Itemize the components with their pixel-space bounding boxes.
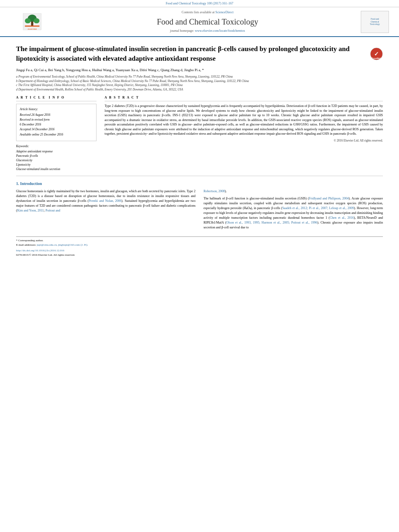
ref-chen[interactable]: Chen et al., 2016 [330,216,354,220]
intro-section-title: 1. Introduction [16,181,383,187]
intro-para-right-2: The hallmark of β-cell function is gluco… [204,196,383,230]
article-title-text: The impairment of glucose-stimulated ins… [16,44,366,64]
svg-text:ELSEVIER: ELSEVIER [27,28,37,30]
footnote-area: * Corresponding author. E-mail addresses… [16,236,383,257]
journal-reference-text: Food and Chemical Toxicology 100 (2017) … [166,2,233,5]
svg-rect-5 [25,26,39,27]
affiliation-a: a Program of Environmental Toxicology, S… [16,75,383,79]
intro-para-right-1: Robertson, 2008). [204,189,383,194]
doi-line[interactable]: http://dx.doi.org/10.1016/j.fct.2016.12.… [16,249,383,253]
journal-thumbnail-section: Food andChemicalToxicology [359,11,391,33]
intro-body: Glucose homeostasis is tightly maintaine… [16,189,383,232]
ref-poitout[interactable]: Poitout and [45,209,60,212]
journal-title: Food and Chemical Toxicology [56,16,359,27]
abstract-text: Type 2 diabetes (T2D) is a progressive d… [105,104,383,136]
article-info-heading-text: A R T I C L E I N F O [16,96,65,99]
intro-col-right: Robertson, 2008). The hallmark of β-cell… [204,189,383,232]
journal-cover-thumbnail: Food andChemicalToxicology [361,11,389,33]
issn-line: 0278-6915/© 2016 Elsevier Ltd. All right… [16,253,383,257]
elsevier-logo-section: ELSEVIER [8,12,56,32]
elsevier-logo: ELSEVIER [20,12,44,32]
sciencedirect-link[interactable]: ScienceDirect [216,10,234,14]
article-info-abstract-section: A R T I C L E I N F O Article history: R… [16,96,383,172]
keyword-5: Glucose-stimulated insulin secretion [16,167,97,171]
intro-col-left: Glucose homeostasis is tightly maintaine… [16,189,195,232]
ref-robertson[interactable]: Robertson, 2008 [204,189,225,193]
ref-prentki[interactable]: Prentki and Nolan, 2006 [88,199,121,203]
homepage-url[interactable]: www.elsevier.com/locate/foodchemtox [195,29,245,33]
affiliation-b: b Department of Histology and Embryology… [16,79,383,84]
keywords-label: Keywords: [16,144,97,148]
keyword-2: Pancreatic β-cells [16,154,97,158]
crossmark-badge[interactable]: ✓ CrossMark [370,47,383,63]
journal-header: ELSEVIER Contents lists available at Sci… [0,7,399,37]
email-addresses[interactable]: jupi@cmu.edu.cn, jingbopi@163.com (J. Pi… [37,243,88,246]
authors-text: Jingqi Fu a, Qi Cui a, Bei Yang b, Yongy… [16,68,204,72]
intro-section-number: 1. [16,181,19,186]
svg-text:CrossMark: CrossMark [372,58,381,60]
sciencedirect-line: Contents lists available at ScienceDirec… [56,10,359,15]
article-info-heading: A R T I C L E I N F O [16,96,97,101]
svg-point-4 [34,18,40,23]
history-label: Article history: [20,107,93,111]
intro-section-label: Introduction [20,181,42,186]
elsevier-tree-icon: ELSEVIER [20,12,44,32]
journal-reference-bar: Food and Chemical Toxicology 100 (2017) … [0,0,399,7]
abstract-column: A B S T R A C T Type 2 diabetes (T2D) is… [105,96,383,172]
homepage-prefix: journal homepage: [170,29,194,33]
ref-kim[interactable]: Kim and Yoon, 2011 [17,209,44,212]
main-content: The impairment of glucose-stimulated ins… [0,37,399,261]
ref-olson[interactable]: Olson et al., 1993, 1995; Harmon et al.,… [226,221,317,224]
journal-header-center: Contents lists available at ScienceDirec… [56,10,359,33]
intro-para-1: Glucose homeostasis is tightly maintaine… [16,189,195,213]
abstract-heading: A B S T R A C T [105,96,383,101]
affiliation-d: d Department of Environmental Health, Ro… [16,88,383,92]
email-label: E-mail addresses: [16,243,36,246]
contents-available-text: Contents lists available at [182,10,215,14]
abstract-heading-text: A B S T R A C T [105,96,139,99]
section-divider [16,176,383,176]
affiliations-section: a Program of Environmental Toxicology, S… [16,75,383,92]
copyright-line: © 2016 Elsevier Ltd. All rights reserved… [105,139,383,143]
article-info-column: A R T I C L E I N F O Article history: R… [16,96,97,172]
article-title-section: The impairment of glucose-stimulated ins… [16,44,383,64]
journal-homepage-line: journal homepage: www.elsevier.com/locat… [56,29,359,33]
authors-line: Jingqi Fu a, Qi Cui a, Bei Yang b, Yongy… [16,68,383,72]
svg-text:✓: ✓ [374,51,379,57]
crossmark-icon: ✓ CrossMark [370,47,383,60]
introduction-section: 1. Introduction Glucose homeostasis is t… [16,181,383,232]
article-info-box: Article history: Received 24 August 2016… [16,104,97,141]
svg-point-3 [25,18,31,23]
keyword-1: Adaptive antioxidant response [16,150,97,154]
keyword-3: Glucotoxicity [16,158,97,162]
email-row: E-mail addresses: jupi@cmu.edu.cn, jingb… [16,243,383,247]
keywords-section: Keywords: Adaptive antioxidant response … [16,144,97,172]
keyword-4: Lipotoxicity [16,163,97,167]
revised-date: 6 December 2016 [20,123,93,127]
svg-rect-2 [31,22,33,26]
ref-fridlyand[interactable]: Fridlyand and Philipson, 2004 [309,197,349,200]
affiliation-c: c The First Affiliated Hospital, China M… [16,83,383,88]
accepted-date: Accepted 14 December 2016 [20,127,93,131]
thumb-title-1: Food andChemicalToxicology [370,18,380,26]
online-date: Available online 25 December 2016 [20,133,93,137]
corresponding-note: * Corresponding author. [16,239,383,242]
received-date: Received 24 August 2016 [20,113,93,117]
ref-saadeh[interactable]: Saadeh et al., 2012; Pi et al., 2007; Le… [282,206,354,210]
revised-label: Received in revised form [20,118,93,122]
